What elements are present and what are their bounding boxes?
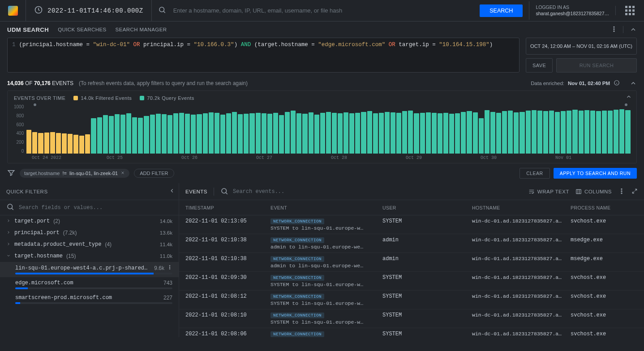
event-row[interactable]: 2022-11-01 02:09:30NETWORK_CONNECTIONSYS… <box>179 272 644 291</box>
run-search-button[interactable]: RUN SEARCH <box>556 58 637 73</box>
qf-group[interactable]: target.port(2)14.0k <box>0 215 179 227</box>
query-bar[interactable] <box>608 111 613 154</box>
qf-value-row[interactable]: smartscreen-prod.microsoft.com227 <box>0 292 179 307</box>
query-bar[interactable] <box>309 112 313 154</box>
event-row[interactable]: 2022-11-01 02:08:12NETWORK_CONNECTIONSYS… <box>179 291 644 309</box>
query-bar[interactable] <box>432 113 437 154</box>
filtered-bar[interactable] <box>62 133 67 154</box>
qf-value-row[interactable]: edge.microsoft.com743 <box>0 277 179 292</box>
query-bar[interactable] <box>296 113 301 154</box>
query-bar[interactable] <box>414 113 419 154</box>
columns-button[interactable]: COLUMNS <box>575 188 612 195</box>
query-bar[interactable] <box>291 111 296 154</box>
query-bar[interactable] <box>361 112 366 154</box>
quick-filters-search[interactable] <box>18 204 172 211</box>
query-bar[interactable] <box>402 111 407 154</box>
query-bar[interactable] <box>179 113 184 154</box>
query-bar[interactable] <box>226 113 231 154</box>
col-process[interactable]: PROCESS NAME <box>571 205 638 210</box>
query-bar[interactable] <box>420 113 425 154</box>
time-range-picker[interactable]: OCT 24, 12:00 AM – NOV 01, 02:16 AM (UTC… <box>526 38 637 55</box>
query-bar[interactable] <box>467 111 472 154</box>
filtered-bar[interactable] <box>68 134 73 154</box>
query-bar[interactable] <box>572 110 577 154</box>
query-bar[interactable] <box>314 115 319 154</box>
query-bar[interactable] <box>285 112 290 154</box>
global-search-input[interactable] <box>172 7 474 14</box>
query-bar[interactable] <box>256 113 261 154</box>
wrap-text-toggle[interactable]: WRAP TEXT <box>528 188 569 195</box>
query-bar[interactable] <box>203 113 208 154</box>
query-bar[interactable] <box>455 113 460 154</box>
query-bar[interactable] <box>543 111 548 154</box>
query-bar[interactable] <box>238 114 243 154</box>
col-timestamp[interactable]: TIMESTAMP <box>185 205 270 210</box>
filtered-bar[interactable] <box>38 133 43 154</box>
event-row[interactable]: 2022-11-01 02:08:10NETWORK_CONNECTIONSYS… <box>179 309 644 328</box>
query-bar[interactable] <box>391 112 395 154</box>
qf-group[interactable]: principal.port(7.2k)13.6k <box>0 227 179 239</box>
event-row[interactable]: 2022-11-01 02:13:05NETWORK_CONNECTIONSYS… <box>179 215 644 234</box>
query-bar[interactable] <box>549 111 554 154</box>
query-bar[interactable] <box>244 114 249 154</box>
query-bar[interactable] <box>490 112 495 154</box>
add-filter-button[interactable]: ADD FILTER <box>134 169 174 178</box>
query-bar[interactable] <box>91 118 96 154</box>
filtered-bar[interactable] <box>73 135 78 154</box>
query-bar[interactable] <box>120 115 125 154</box>
query-bar[interactable] <box>262 113 266 154</box>
query-bar[interactable] <box>173 113 178 154</box>
events-search-input[interactable] <box>232 188 522 195</box>
filtered-bar[interactable] <box>44 133 49 154</box>
query-bar[interactable] <box>526 111 531 154</box>
query-bar[interactable] <box>602 111 607 154</box>
collapse-search-panel[interactable] <box>623 26 637 33</box>
legend-filtered[interactable]: 14.0k Filtered Events <box>73 95 132 101</box>
filtered-bar[interactable] <box>32 132 37 154</box>
query-bar[interactable] <box>579 111 584 154</box>
query-editor[interactable]: 1 (principal.hostname = "win-dc-01" OR p… <box>7 38 519 73</box>
col-event[interactable]: EVENT <box>270 205 382 210</box>
query-bar[interactable] <box>625 110 630 154</box>
query-bar[interactable] <box>473 112 478 154</box>
query-bar[interactable] <box>408 111 413 154</box>
query-bar[interactable] <box>479 118 484 154</box>
filtered-bar[interactable] <box>26 130 31 154</box>
col-user[interactable]: USER <box>382 205 472 210</box>
query-bar[interactable] <box>438 113 442 154</box>
query-bar[interactable] <box>150 115 155 154</box>
query-bar[interactable] <box>191 115 196 154</box>
query-bar[interactable] <box>596 111 601 154</box>
apply-filters-button[interactable]: APPLY TO SEARCH AND RUN <box>554 168 637 179</box>
query-bar[interactable] <box>185 114 190 154</box>
filtered-bar[interactable] <box>85 134 90 154</box>
qf-group[interactable]: metadata.product_event_type(4)11.4k <box>0 239 179 250</box>
query-bar[interactable] <box>103 115 108 154</box>
query-bar[interactable] <box>144 116 149 154</box>
query-bar[interactable] <box>132 117 137 154</box>
query-bar[interactable] <box>162 114 167 154</box>
query-bar[interactable] <box>232 112 237 154</box>
filtered-bar[interactable] <box>79 136 84 154</box>
query-bar[interactable] <box>320 113 325 154</box>
query-bar[interactable] <box>115 114 120 154</box>
query-bar[interactable] <box>584 110 589 154</box>
query-bar[interactable] <box>267 114 272 154</box>
query-bar[interactable] <box>343 112 348 154</box>
event-row[interactable]: 2022-11-01 02:10:38NETWORK_CONNECTIONadm… <box>179 234 644 253</box>
query-bar[interactable] <box>126 113 131 154</box>
query-bar[interactable] <box>373 113 378 154</box>
query-bar[interactable] <box>215 113 219 154</box>
query-bar[interactable] <box>209 112 214 154</box>
col-hostname[interactable]: HOSTNAME <box>472 205 571 210</box>
save-search-button[interactable]: SAVE <box>526 58 553 73</box>
app-logo[interactable] <box>0 0 26 21</box>
query-bar[interactable] <box>502 111 507 154</box>
expand-events-panel[interactable] <box>631 188 638 195</box>
query-bar[interactable] <box>249 113 254 154</box>
query-bar[interactable] <box>109 116 114 154</box>
query-bar[interactable] <box>396 113 401 154</box>
query-bar[interactable] <box>555 112 560 154</box>
query-bar[interactable] <box>426 112 431 154</box>
chart-bars[interactable] <box>26 104 630 154</box>
